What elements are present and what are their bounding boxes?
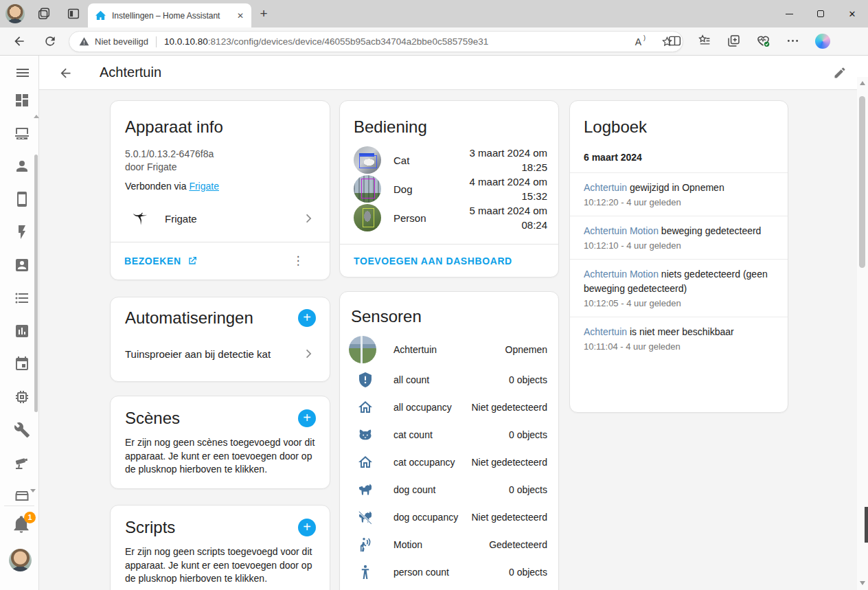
- logbook-entity-link[interactable]: Achtertuin: [584, 182, 627, 193]
- scenes-card: Scènes Er zijn nog geen scènes toegevoeg…: [110, 396, 330, 489]
- url-text: 10.0.10.80:8123/config/devices/device/46…: [164, 36, 627, 47]
- sidebar-item[interactable]: [0, 117, 39, 150]
- copilot-icon[interactable]: [815, 34, 830, 48]
- sidebar-scroll-up-icon[interactable]: [34, 115, 39, 118]
- device-version: 5.0.1/0.13.2-6476f8a door Frigate: [125, 148, 316, 174]
- sensor-name: dog count: [393, 484, 509, 495]
- visit-button[interactable]: BEZOEKEN: [124, 256, 198, 266]
- connected-via-link[interactable]: Frigate: [189, 181, 219, 192]
- logbook-message: gewijzigd in Opnemen: [627, 182, 724, 193]
- home-assistant-favicon: [95, 10, 106, 21]
- logbook-entry: Achtertuin is niet meer beschikbaar 10:1…: [570, 317, 788, 360]
- sensor-row[interactable]: cat occupancy Niet gedetecteerd: [351, 449, 547, 476]
- logbook-message: beweging gedetecteerd: [659, 225, 761, 236]
- tab-actions-icon[interactable]: [66, 6, 81, 21]
- logbook-entity-link[interactable]: Achtertuin Motion: [584, 225, 659, 236]
- shield-alert-icon: [357, 372, 374, 388]
- notifications-bell-icon[interactable]: 1: [12, 514, 31, 534]
- logbook-card: Logboek 6 maart 2024 Achtertuin gewijzig…: [569, 100, 788, 413]
- tab-title: Instellingen – Home Assistant: [112, 11, 235, 21]
- sensor-row[interactable]: dog count 0 objects: [351, 476, 547, 503]
- hamburger-menu-icon[interactable]: [14, 65, 31, 81]
- sensor-row[interactable]: all count 0 objects: [351, 366, 547, 394]
- chip-icon: [14, 389, 30, 405]
- refresh-icon[interactable]: [43, 34, 57, 48]
- add-scene-button[interactable]: [298, 409, 316, 427]
- sidebar-item[interactable]: [0, 446, 39, 479]
- scrollbar-up-arrow[interactable]: [860, 81, 865, 85]
- split-screen-icon[interactable]: [667, 34, 682, 48]
- control-row[interactable]: Cat 3 maart 2024 om18:25: [354, 146, 547, 174]
- minimize-button[interactable]: [773, 0, 805, 27]
- browser-essentials-icon[interactable]: [756, 34, 770, 48]
- back-icon[interactable]: [12, 34, 26, 48]
- window-controls: ✕: [773, 0, 868, 27]
- browser-profile-avatar[interactable]: [5, 4, 25, 23]
- url-path: :8123/config/devices/device/46055b95acb3…: [208, 36, 488, 47]
- browser-tab[interactable]: Instellingen – Home Assistant ✕: [88, 3, 251, 27]
- logbook-entity-link[interactable]: Achtertuin: [584, 326, 627, 337]
- sidebar-item[interactable]: [0, 315, 39, 348]
- sidebar-item[interactable]: [0, 479, 39, 512]
- sensor-row[interactable]: all occupancy Niet gedetecteerd: [351, 394, 547, 421]
- control-row[interactable]: Person 5 maart 2024 om08:24: [354, 203, 547, 232]
- sidebar-item[interactable]: [0, 216, 39, 249]
- favorites-list-icon[interactable]: [697, 34, 711, 48]
- sidebar-item[interactable]: [0, 282, 39, 315]
- sidebar-item[interactable]: [0, 381, 39, 413]
- sensor-row[interactable]: dog occupancy Niet gedetecteerd: [351, 503, 547, 531]
- close-button[interactable]: ✕: [836, 0, 868, 27]
- automation-name: Tuinsproeier aan bij detectie kat: [125, 348, 302, 360]
- sensor-row[interactable]: person count 0 objects: [351, 558, 547, 586]
- automation-row[interactable]: Tuinsproeier aan bij detectie kat: [125, 340, 316, 367]
- scripts-title: Scripts: [125, 518, 175, 537]
- logbook-time: 10:11:04 - 4 uur geleden: [584, 341, 774, 352]
- scrollbar-down-arrow[interactable]: [860, 581, 865, 585]
- sensor-value: Niet gedetecteerd: [471, 457, 547, 468]
- sensor-value: Niet gedetecteerd: [471, 512, 547, 523]
- bar-chart-icon: [14, 323, 30, 339]
- user-avatar[interactable]: [9, 549, 32, 571]
- controls-rows: Cat 3 maart 2024 om18:25 Dog 4 maart 202…: [354, 146, 547, 232]
- scrollbar-thumb[interactable]: [859, 96, 865, 268]
- logbook-entity-link[interactable]: Achtertuin Motion: [584, 269, 659, 280]
- sidebar-scrollbar-thumb[interactable]: [34, 155, 38, 412]
- ha-back-icon[interactable]: [58, 66, 73, 80]
- edit-pencil-icon[interactable]: [833, 66, 847, 80]
- more-options-kebab-icon[interactable]: [291, 253, 305, 269]
- add-to-dashboard-button[interactable]: TOEVOEGEN AAN DASHBOARD: [354, 256, 512, 266]
- sidebar-expand-caret[interactable]: [30, 489, 36, 492]
- read-aloud-icon[interactable]: A): [635, 36, 645, 47]
- control-row[interactable]: Dog 4 maart 2024 om15:32: [354, 174, 547, 203]
- sensor-row[interactable]: Achtertuin Opnemen: [351, 333, 547, 366]
- maximize-button[interactable]: [805, 0, 836, 27]
- collections-icon[interactable]: [727, 34, 741, 48]
- sidebar-item[interactable]: [0, 348, 39, 381]
- scripts-card: Scripts Er zijn nog geen scripts toegevo…: [110, 505, 330, 590]
- new-tab-button[interactable]: [255, 6, 272, 23]
- thumb-yard-icon: [357, 341, 374, 358]
- sidebar-item[interactable]: [0, 249, 39, 282]
- logbook-message: is niet meer beschikbaar: [627, 326, 734, 337]
- logbook-head: Logboek 6 maart 2024: [570, 101, 788, 172]
- chevron-right-icon: [302, 347, 316, 361]
- sidebar-item[interactable]: [0, 150, 39, 183]
- workspaces-icon[interactable]: [36, 6, 52, 21]
- page-title: Achtertuin: [100, 65, 161, 80]
- add-script-button[interactable]: [298, 519, 316, 536]
- sidebar-item[interactable]: [0, 84, 39, 117]
- sidebar-item[interactable]: [0, 183, 39, 216]
- address-bar[interactable]: Niet beveiligd 10.0.10.80:8123/config/de…: [69, 31, 683, 52]
- view-dashboard-icon: [14, 92, 30, 109]
- human-male-icon: [357, 564, 374, 580]
- integration-row[interactable]: Frigate: [125, 203, 316, 234]
- tab-close-icon[interactable]: ✕: [235, 10, 246, 21]
- more-icon[interactable]: [786, 34, 800, 48]
- sensor-row[interactable]: Motion Gedetecteerd: [351, 531, 547, 558]
- controls-title: Bediening: [354, 117, 547, 137]
- chevron-right-icon: [302, 212, 316, 225]
- sensor-value: Niet gedetecteerd: [471, 402, 547, 413]
- sidebar-item[interactable]: [0, 413, 39, 446]
- sensor-row[interactable]: cat count 0 objects: [351, 421, 547, 449]
- add-automation-button[interactable]: [298, 309, 316, 327]
